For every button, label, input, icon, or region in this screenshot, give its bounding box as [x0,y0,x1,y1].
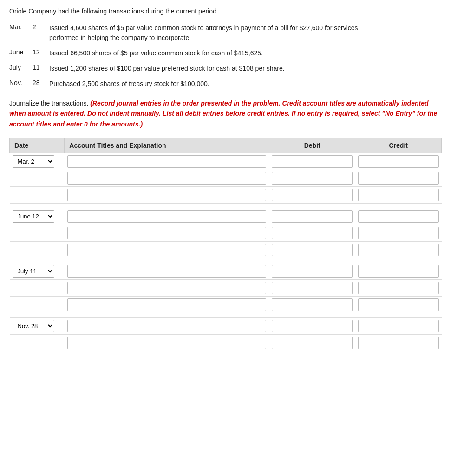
credit-cell-july11-1 [355,263,442,280]
account-input-nov28-2[interactable] [67,337,267,349]
credit-input-mar2-1[interactable] [358,155,439,168]
date-cell-empty-july11-3 [10,297,65,313]
account-input-june12-3[interactable] [67,244,267,256]
table-row [10,225,442,242]
date-select-july11[interactable]: Mar. 2 June 12 July 11 Nov. 28 [13,265,54,278]
table-row [10,242,442,258]
debit-input-july11-2[interactable] [272,282,353,294]
transaction-day-june: 12 [33,48,49,56]
credit-cell-july11-2 [355,280,442,297]
debit-input-mar2-2[interactable] [272,172,353,185]
credit-input-june12-3[interactable] [358,244,439,256]
account-input-nov28-1[interactable] [67,320,267,332]
credit-input-june12-2[interactable] [358,227,439,239]
credit-cell-july11-3 [355,297,442,313]
debit-input-june12-3[interactable] [272,244,353,256]
table-row [10,170,442,187]
transaction-row-july: July 11 Issued 1,200 shares of $100 par … [9,64,442,73]
debit-cell-nov28-2 [269,335,355,351]
debit-cell-july11-1 [269,263,355,280]
account-input-mar2-1[interactable] [67,155,267,168]
transaction-row-june: June 12 Issued 66,500 shares of $5 par v… [9,48,442,58]
date-cell-empty-july11-2 [10,280,65,297]
account-cell-july11-1 [65,263,269,280]
date-cell-empty-mar2-3 [10,187,65,204]
credit-cell-mar2-2 [355,170,442,187]
debit-input-mar2-1[interactable] [272,155,353,168]
account-input-july11-3[interactable] [67,298,267,311]
date-select-nov28[interactable]: Mar. 2 June 12 July 11 Nov. 28 [13,320,54,332]
debit-input-july11-1[interactable] [272,265,353,278]
account-cell-mar2-3 [65,187,269,204]
intro-text: Oriole Company had the following transac… [9,7,442,15]
debit-cell-mar2-1 [269,153,355,170]
transaction-day-mar: 2 [33,23,49,31]
debit-cell-july11-2 [269,280,355,297]
account-input-mar2-3[interactable] [67,189,267,201]
transactions-list: Mar. 2 Issued 4,600 shares of $5 par val… [9,23,442,89]
debit-cell-july11-3 [269,297,355,313]
debit-cell-june12-2 [269,225,355,242]
instructions-prefix: Journalize the transactions. [9,99,90,107]
transaction-desc-mar: Issued 4,600 shares of $5 par value comm… [49,23,442,43]
date-cell-empty-nov28-2 [10,335,65,351]
date-cell-july11: Mar. 2 June 12 July 11 Nov. 28 [10,263,65,280]
table-header-row: Date Account Titles and Explanation Debi… [10,138,442,153]
date-cell-empty-mar2-2 [10,170,65,187]
debit-input-june12-2[interactable] [272,227,353,239]
credit-input-mar2-3[interactable] [358,189,439,201]
debit-cell-mar2-2 [269,170,355,187]
debit-cell-june12-1 [269,208,355,225]
transaction-desc-june: Issued 66,500 shares of $5 par value com… [49,48,442,58]
credit-input-july11-2[interactable] [358,282,439,294]
transaction-day-nov: 28 [33,79,49,86]
transaction-day-july: 11 [33,64,49,71]
transaction-month-july: July [9,64,33,71]
credit-cell-june12-2 [355,225,442,242]
table-row [10,280,442,297]
credit-input-nov28-2[interactable] [358,337,439,349]
account-cell-july11-3 [65,297,269,313]
date-cell-empty-june12-3 [10,242,65,258]
debit-input-mar2-3[interactable] [272,189,353,201]
credit-cell-nov28-1 [355,318,442,335]
instructions: Journalize the transactions. (Record jou… [9,98,442,129]
account-input-june12-1[interactable] [67,210,267,223]
transaction-month-mar: Mar. [9,23,33,31]
transaction-row-nov: Nov. 28 Purchased 2,500 shares of treasu… [9,79,442,89]
credit-input-july11-3[interactable] [358,298,439,311]
credit-cell-mar2-1 [355,153,442,170]
debit-input-july11-3[interactable] [272,298,353,311]
account-input-mar2-2[interactable] [67,172,267,185]
table-row: Mar. 2 June 12 July 11 Nov. 28 [10,318,442,335]
date-select-mar2[interactable]: Mar. 2 June 12 July 11 Nov. 28 [13,155,54,168]
debit-input-nov28-2[interactable] [272,337,353,349]
date-select-june12[interactable]: Mar. 2 June 12 July 11 Nov. 28 [13,210,54,223]
transaction-desc-july: Issued 1,200 shares of $100 par value pr… [49,64,442,73]
table-row: Mar. 2 June 12 July 11 Nov. 28 [10,263,442,280]
credit-input-mar2-2[interactable] [358,172,439,185]
table-row: Mar. 2 June 12 July 11 Nov. 28 [10,208,442,225]
account-input-july11-2[interactable] [67,282,267,294]
account-cell-nov28-2 [65,335,269,351]
credit-input-nov28-1[interactable] [358,320,439,332]
credit-input-june12-1[interactable] [358,210,439,223]
header-debit: Debit [269,138,355,153]
date-cell-mar2: Mar. 2 June 12 July 11 Nov. 28 [10,153,65,170]
account-cell-nov28-1 [65,318,269,335]
header-credit: Credit [355,138,442,153]
table-row [10,297,442,313]
date-cell-empty-june12-2 [10,225,65,242]
account-input-july11-1[interactable] [67,265,267,278]
account-cell-june12-1 [65,208,269,225]
debit-input-nov28-1[interactable] [272,320,353,332]
account-cell-mar2-1 [65,153,269,170]
credit-cell-june12-3 [355,242,442,258]
credit-cell-mar2-3 [355,187,442,204]
account-input-june12-2[interactable] [67,227,267,239]
debit-input-june12-1[interactable] [272,210,353,223]
date-cell-june12: Mar. 2 June 12 July 11 Nov. 28 [10,208,65,225]
credit-input-july11-1[interactable] [358,265,439,278]
credit-cell-june12-1 [355,208,442,225]
transaction-desc-nov: Purchased 2,500 shares of treasury stock… [49,79,442,89]
